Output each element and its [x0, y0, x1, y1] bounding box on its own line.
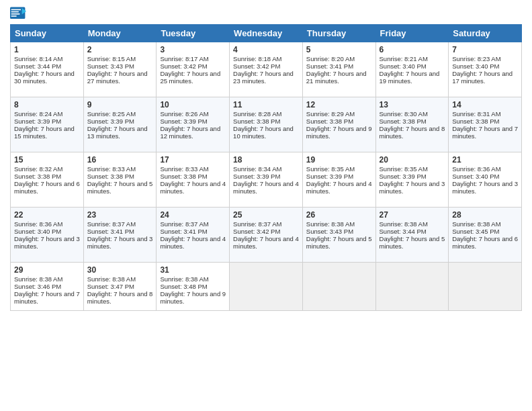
sunrise: Sunrise: 8:38 AM [160, 275, 208, 283]
calendar-page: SundayMondayTuesdayWednesdayThursdayFrid… [0, 0, 532, 411]
sunrise: Sunrise: 8:14 AM [14, 55, 62, 62]
sunset: Sunset: 3:41 PM [160, 228, 207, 235]
sunset: Sunset: 3:43 PM [306, 228, 353, 235]
daylight: Daylight: 7 hours and 17 minutes. [452, 70, 513, 85]
day-number: 5 [306, 45, 372, 54]
day-number: 21 [452, 155, 518, 165]
calendar-cell: 10Sunrise: 8:26 AMSunset: 3:39 PMDayligh… [157, 97, 230, 152]
day-number: 30 [87, 265, 153, 275]
sunset: Sunset: 3:41 PM [306, 62, 353, 70]
calendar-cell: 26Sunrise: 8:38 AMSunset: 3:43 PMDayligh… [302, 208, 375, 263]
day-number: 15 [14, 155, 80, 165]
sunset: Sunset: 3:38 PM [14, 173, 61, 180]
calendar-cell: 17Sunrise: 8:33 AMSunset: 3:38 PMDayligh… [157, 152, 230, 208]
day-number: 14 [452, 100, 518, 109]
day-number: 10 [160, 100, 226, 109]
calendar-cell: 31Sunrise: 8:38 AMSunset: 3:48 PMDayligh… [157, 263, 230, 311]
calendar-cell: 2Sunrise: 8:15 AMSunset: 3:43 PMDaylight… [83, 42, 157, 97]
week-row: 15Sunrise: 8:32 AMSunset: 3:38 PMDayligh… [11, 152, 522, 208]
calendar-cell: 6Sunrise: 8:21 AMSunset: 3:40 PMDaylight… [375, 42, 449, 97]
sunset: Sunset: 3:44 PM [14, 62, 61, 70]
col-header-friday: Friday [375, 25, 449, 42]
sunset: Sunset: 3:40 PM [14, 228, 61, 235]
week-row: 29Sunrise: 8:38 AMSunset: 3:46 PMDayligh… [11, 263, 522, 311]
daylight: Daylight: 7 hours and 9 minutes. [306, 125, 372, 140]
sunset: Sunset: 3:38 PM [233, 118, 280, 125]
daylight: Daylight: 7 hours and 4 minutes. [306, 180, 372, 195]
calendar-cell: 21Sunrise: 8:36 AMSunset: 3:40 PMDayligh… [449, 152, 522, 208]
day-number: 9 [87, 100, 153, 109]
sunrise: Sunrise: 8:34 AM [233, 165, 281, 173]
sunrise: Sunrise: 8:32 AM [14, 165, 62, 173]
daylight: Daylight: 7 hours and 25 minutes. [160, 70, 220, 85]
daylight: Daylight: 7 hours and 15 minutes. [14, 125, 75, 140]
daylight: Daylight: 7 hours and 3 minutes. [87, 235, 153, 250]
sunrise: Sunrise: 8:38 AM [14, 275, 62, 283]
calendar-table: SundayMondayTuesdayWednesdayThursdayFrid… [10, 24, 522, 311]
sunrise: Sunrise: 8:30 AM [380, 110, 428, 118]
sunset: Sunset: 3:47 PM [87, 283, 134, 290]
calendar-cell: 3Sunrise: 8:17 AMSunset: 3:42 PMDaylight… [157, 42, 230, 97]
sunrise: Sunrise: 8:28 AM [233, 110, 281, 118]
calendar-cell: 27Sunrise: 8:38 AMSunset: 3:44 PMDayligh… [375, 208, 449, 263]
sunrise: Sunrise: 8:36 AM [14, 220, 62, 228]
daylight: Daylight: 7 hours and 23 minutes. [233, 70, 294, 85]
svg-rect-5 [11, 15, 17, 17]
daylight: Daylight: 7 hours and 4 minutes. [160, 235, 226, 250]
day-number: 23 [87, 210, 153, 220]
sunset: Sunset: 3:40 PM [452, 62, 499, 70]
week-row: 22Sunrise: 8:36 AMSunset: 3:40 PMDayligh… [11, 208, 522, 263]
sunset: Sunset: 3:38 PM [306, 118, 353, 125]
sunset: Sunset: 3:46 PM [14, 283, 61, 290]
calendar-cell [375, 263, 449, 311]
sunrise: Sunrise: 8:29 AM [306, 110, 355, 118]
day-number: 6 [380, 45, 445, 54]
day-number: 19 [306, 155, 372, 165]
calendar-cell: 30Sunrise: 8:38 AMSunset: 3:47 PMDayligh… [83, 263, 157, 311]
svg-rect-3 [11, 11, 19, 13]
calendar-cell [230, 263, 303, 311]
day-number: 20 [380, 155, 445, 165]
sunrise: Sunrise: 8:17 AM [160, 55, 208, 62]
sunrise: Sunrise: 8:23 AM [452, 55, 500, 62]
sunset: Sunset: 3:43 PM [87, 62, 134, 70]
day-number: 22 [14, 210, 80, 220]
calendar-cell: 14Sunrise: 8:31 AMSunset: 3:38 PMDayligh… [449, 97, 522, 152]
sunset: Sunset: 3:48 PM [160, 283, 207, 290]
calendar-cell: 8Sunrise: 8:24 AMSunset: 3:39 PMDaylight… [11, 97, 84, 152]
logo [10, 7, 29, 20]
calendar-cell: 22Sunrise: 8:36 AMSunset: 3:40 PMDayligh… [11, 208, 84, 263]
daylight: Daylight: 7 hours and 6 minutes. [452, 235, 518, 250]
day-number: 16 [87, 155, 153, 165]
sunrise: Sunrise: 8:37 AM [160, 220, 208, 228]
calendar-cell: 4Sunrise: 8:18 AMSunset: 3:42 PMDaylight… [230, 42, 303, 97]
calendar-cell: 25Sunrise: 8:37 AMSunset: 3:42 PMDayligh… [230, 208, 303, 263]
calendar-cell: 24Sunrise: 8:37 AMSunset: 3:41 PMDayligh… [157, 208, 230, 263]
week-row: 1Sunrise: 8:14 AMSunset: 3:44 PMDaylight… [11, 42, 522, 97]
daylight: Daylight: 7 hours and 19 minutes. [380, 70, 440, 85]
sunrise: Sunrise: 8:31 AM [452, 110, 500, 118]
sunrise: Sunrise: 8:36 AM [452, 165, 500, 173]
day-number: 26 [306, 210, 372, 220]
calendar-cell: 29Sunrise: 8:38 AMSunset: 3:46 PMDayligh… [11, 263, 84, 311]
daylight: Daylight: 7 hours and 4 minutes. [160, 180, 226, 195]
day-number: 25 [233, 210, 299, 220]
col-header-sunday: Sunday [11, 25, 84, 42]
sunrise: Sunrise: 8:15 AM [87, 55, 136, 62]
calendar-cell: 20Sunrise: 8:35 AMSunset: 3:39 PMDayligh… [375, 152, 449, 208]
sunset: Sunset: 3:39 PM [160, 118, 207, 125]
sunrise: Sunrise: 8:35 AM [306, 165, 355, 173]
calendar-cell: 12Sunrise: 8:29 AMSunset: 3:38 PMDayligh… [302, 97, 375, 152]
sunset: Sunset: 3:45 PM [452, 228, 499, 235]
daylight: Daylight: 7 hours and 5 minutes. [306, 235, 372, 250]
day-number: 27 [380, 210, 445, 220]
daylight: Daylight: 7 hours and 3 minutes. [452, 180, 518, 195]
calendar-cell: 5Sunrise: 8:20 AMSunset: 3:41 PMDaylight… [302, 42, 375, 97]
calendar-cell [302, 263, 375, 311]
calendar-cell: 19Sunrise: 8:35 AMSunset: 3:39 PMDayligh… [302, 152, 375, 208]
sunrise: Sunrise: 8:18 AM [233, 55, 281, 62]
day-number: 8 [14, 100, 80, 109]
sunset: Sunset: 3:44 PM [380, 228, 427, 235]
day-number: 1 [14, 45, 80, 54]
col-header-tuesday: Tuesday [157, 25, 230, 42]
